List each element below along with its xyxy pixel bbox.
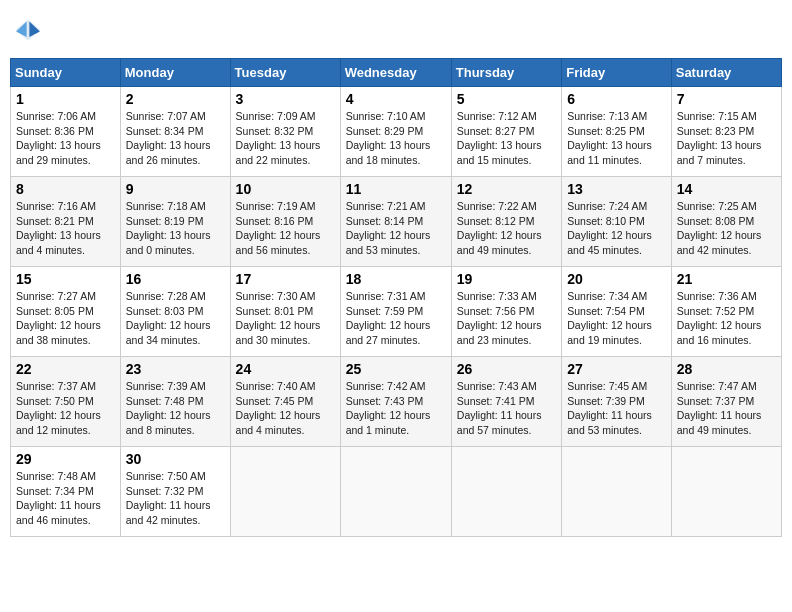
day-header-tuesday: Tuesday bbox=[230, 59, 340, 87]
day-info: Sunrise: 7:21 AMSunset: 8:14 PMDaylight:… bbox=[346, 199, 446, 258]
calendar-cell: 27Sunrise: 7:45 AMSunset: 7:39 PMDayligh… bbox=[562, 357, 672, 447]
day-info: Sunrise: 7:50 AMSunset: 7:32 PMDaylight:… bbox=[126, 469, 225, 528]
day-header-wednesday: Wednesday bbox=[340, 59, 451, 87]
day-number: 23 bbox=[126, 361, 225, 377]
calendar-cell: 17Sunrise: 7:30 AMSunset: 8:01 PMDayligh… bbox=[230, 267, 340, 357]
day-info: Sunrise: 7:40 AMSunset: 7:45 PMDaylight:… bbox=[236, 379, 335, 438]
calendar-cell: 24Sunrise: 7:40 AMSunset: 7:45 PMDayligh… bbox=[230, 357, 340, 447]
calendar-cell: 26Sunrise: 7:43 AMSunset: 7:41 PMDayligh… bbox=[451, 357, 561, 447]
day-info: Sunrise: 7:13 AMSunset: 8:25 PMDaylight:… bbox=[567, 109, 666, 168]
calendar-cell: 19Sunrise: 7:33 AMSunset: 7:56 PMDayligh… bbox=[451, 267, 561, 357]
calendar-cell: 10Sunrise: 7:19 AMSunset: 8:16 PMDayligh… bbox=[230, 177, 340, 267]
day-info: Sunrise: 7:16 AMSunset: 8:21 PMDaylight:… bbox=[16, 199, 115, 258]
day-number: 24 bbox=[236, 361, 335, 377]
day-number: 26 bbox=[457, 361, 556, 377]
day-info: Sunrise: 7:25 AMSunset: 8:08 PMDaylight:… bbox=[677, 199, 776, 258]
day-info: Sunrise: 7:37 AMSunset: 7:50 PMDaylight:… bbox=[16, 379, 115, 438]
calendar-header: SundayMondayTuesdayWednesdayThursdayFrid… bbox=[11, 59, 782, 87]
day-info: Sunrise: 7:06 AMSunset: 8:36 PMDaylight:… bbox=[16, 109, 115, 168]
calendar-cell: 12Sunrise: 7:22 AMSunset: 8:12 PMDayligh… bbox=[451, 177, 561, 267]
week-row-1: 1Sunrise: 7:06 AMSunset: 8:36 PMDaylight… bbox=[11, 87, 782, 177]
day-info: Sunrise: 7:42 AMSunset: 7:43 PMDaylight:… bbox=[346, 379, 446, 438]
day-number: 9 bbox=[126, 181, 225, 197]
day-headers-row: SundayMondayTuesdayWednesdayThursdayFrid… bbox=[11, 59, 782, 87]
calendar-cell: 4Sunrise: 7:10 AMSunset: 8:29 PMDaylight… bbox=[340, 87, 451, 177]
calendar-cell bbox=[340, 447, 451, 537]
day-header-sunday: Sunday bbox=[11, 59, 121, 87]
day-info: Sunrise: 7:22 AMSunset: 8:12 PMDaylight:… bbox=[457, 199, 556, 258]
day-info: Sunrise: 7:48 AMSunset: 7:34 PMDaylight:… bbox=[16, 469, 115, 528]
calendar-cell: 3Sunrise: 7:09 AMSunset: 8:32 PMDaylight… bbox=[230, 87, 340, 177]
day-info: Sunrise: 7:34 AMSunset: 7:54 PMDaylight:… bbox=[567, 289, 666, 348]
calendar-cell: 25Sunrise: 7:42 AMSunset: 7:43 PMDayligh… bbox=[340, 357, 451, 447]
day-info: Sunrise: 7:36 AMSunset: 7:52 PMDaylight:… bbox=[677, 289, 776, 348]
day-info: Sunrise: 7:31 AMSunset: 7:59 PMDaylight:… bbox=[346, 289, 446, 348]
calendar-cell: 16Sunrise: 7:28 AMSunset: 8:03 PMDayligh… bbox=[120, 267, 230, 357]
day-info: Sunrise: 7:09 AMSunset: 8:32 PMDaylight:… bbox=[236, 109, 335, 168]
day-info: Sunrise: 7:27 AMSunset: 8:05 PMDaylight:… bbox=[16, 289, 115, 348]
logo bbox=[14, 16, 46, 44]
day-number: 3 bbox=[236, 91, 335, 107]
day-header-saturday: Saturday bbox=[671, 59, 781, 87]
day-number: 14 bbox=[677, 181, 776, 197]
day-number: 17 bbox=[236, 271, 335, 287]
day-number: 13 bbox=[567, 181, 666, 197]
day-info: Sunrise: 7:24 AMSunset: 8:10 PMDaylight:… bbox=[567, 199, 666, 258]
logo-icon bbox=[14, 16, 42, 44]
calendar-cell bbox=[671, 447, 781, 537]
calendar-cell: 14Sunrise: 7:25 AMSunset: 8:08 PMDayligh… bbox=[671, 177, 781, 267]
calendar-cell: 6Sunrise: 7:13 AMSunset: 8:25 PMDaylight… bbox=[562, 87, 672, 177]
day-info: Sunrise: 7:39 AMSunset: 7:48 PMDaylight:… bbox=[126, 379, 225, 438]
calendar-cell: 5Sunrise: 7:12 AMSunset: 8:27 PMDaylight… bbox=[451, 87, 561, 177]
day-header-thursday: Thursday bbox=[451, 59, 561, 87]
calendar-cell: 28Sunrise: 7:47 AMSunset: 7:37 PMDayligh… bbox=[671, 357, 781, 447]
calendar-cell: 20Sunrise: 7:34 AMSunset: 7:54 PMDayligh… bbox=[562, 267, 672, 357]
calendar-cell: 30Sunrise: 7:50 AMSunset: 7:32 PMDayligh… bbox=[120, 447, 230, 537]
calendar-cell: 13Sunrise: 7:24 AMSunset: 8:10 PMDayligh… bbox=[562, 177, 672, 267]
day-info: Sunrise: 7:45 AMSunset: 7:39 PMDaylight:… bbox=[567, 379, 666, 438]
calendar-cell: 7Sunrise: 7:15 AMSunset: 8:23 PMDaylight… bbox=[671, 87, 781, 177]
day-number: 19 bbox=[457, 271, 556, 287]
day-number: 2 bbox=[126, 91, 225, 107]
day-number: 30 bbox=[126, 451, 225, 467]
day-number: 1 bbox=[16, 91, 115, 107]
calendar-cell: 23Sunrise: 7:39 AMSunset: 7:48 PMDayligh… bbox=[120, 357, 230, 447]
day-info: Sunrise: 7:15 AMSunset: 8:23 PMDaylight:… bbox=[677, 109, 776, 168]
calendar-table: SundayMondayTuesdayWednesdayThursdayFrid… bbox=[10, 58, 782, 537]
day-info: Sunrise: 7:10 AMSunset: 8:29 PMDaylight:… bbox=[346, 109, 446, 168]
calendar-cell: 1Sunrise: 7:06 AMSunset: 8:36 PMDaylight… bbox=[11, 87, 121, 177]
day-info: Sunrise: 7:47 AMSunset: 7:37 PMDaylight:… bbox=[677, 379, 776, 438]
day-info: Sunrise: 7:43 AMSunset: 7:41 PMDaylight:… bbox=[457, 379, 556, 438]
day-number: 12 bbox=[457, 181, 556, 197]
day-number: 7 bbox=[677, 91, 776, 107]
day-info: Sunrise: 7:19 AMSunset: 8:16 PMDaylight:… bbox=[236, 199, 335, 258]
calendar-cell: 8Sunrise: 7:16 AMSunset: 8:21 PMDaylight… bbox=[11, 177, 121, 267]
day-number: 25 bbox=[346, 361, 446, 377]
calendar-cell: 11Sunrise: 7:21 AMSunset: 8:14 PMDayligh… bbox=[340, 177, 451, 267]
day-number: 4 bbox=[346, 91, 446, 107]
day-info: Sunrise: 7:28 AMSunset: 8:03 PMDaylight:… bbox=[126, 289, 225, 348]
day-number: 10 bbox=[236, 181, 335, 197]
calendar-cell: 21Sunrise: 7:36 AMSunset: 7:52 PMDayligh… bbox=[671, 267, 781, 357]
calendar-cell: 29Sunrise: 7:48 AMSunset: 7:34 PMDayligh… bbox=[11, 447, 121, 537]
day-header-friday: Friday bbox=[562, 59, 672, 87]
week-row-2: 8Sunrise: 7:16 AMSunset: 8:21 PMDaylight… bbox=[11, 177, 782, 267]
page-header bbox=[10, 10, 782, 50]
day-info: Sunrise: 7:12 AMSunset: 8:27 PMDaylight:… bbox=[457, 109, 556, 168]
day-number: 8 bbox=[16, 181, 115, 197]
day-info: Sunrise: 7:33 AMSunset: 7:56 PMDaylight:… bbox=[457, 289, 556, 348]
day-number: 5 bbox=[457, 91, 556, 107]
day-number: 29 bbox=[16, 451, 115, 467]
day-number: 15 bbox=[16, 271, 115, 287]
calendar-body: 1Sunrise: 7:06 AMSunset: 8:36 PMDaylight… bbox=[11, 87, 782, 537]
day-number: 28 bbox=[677, 361, 776, 377]
day-number: 16 bbox=[126, 271, 225, 287]
calendar-cell: 15Sunrise: 7:27 AMSunset: 8:05 PMDayligh… bbox=[11, 267, 121, 357]
week-row-5: 29Sunrise: 7:48 AMSunset: 7:34 PMDayligh… bbox=[11, 447, 782, 537]
calendar-cell: 18Sunrise: 7:31 AMSunset: 7:59 PMDayligh… bbox=[340, 267, 451, 357]
day-number: 27 bbox=[567, 361, 666, 377]
day-number: 22 bbox=[16, 361, 115, 377]
week-row-3: 15Sunrise: 7:27 AMSunset: 8:05 PMDayligh… bbox=[11, 267, 782, 357]
day-info: Sunrise: 7:18 AMSunset: 8:19 PMDaylight:… bbox=[126, 199, 225, 258]
calendar-cell: 9Sunrise: 7:18 AMSunset: 8:19 PMDaylight… bbox=[120, 177, 230, 267]
